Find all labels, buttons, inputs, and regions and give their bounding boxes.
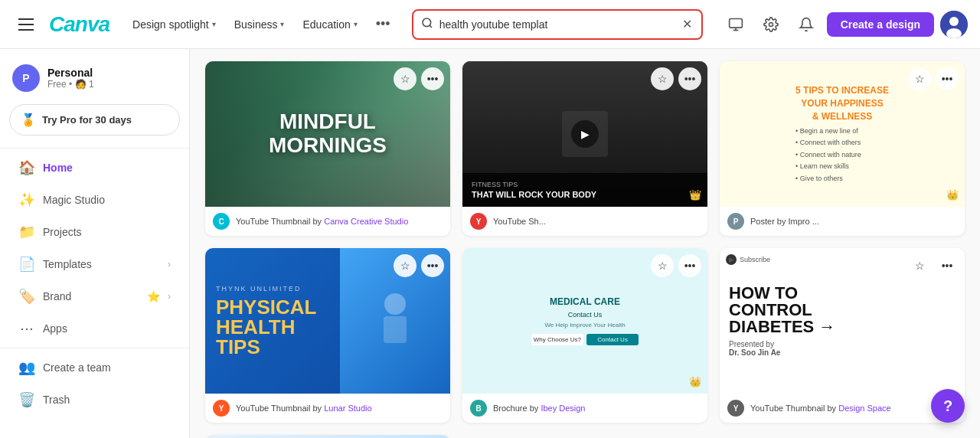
card-footer-text: YouTube Thumbnail by Canva Creative Stud… bbox=[236, 217, 408, 226]
search-clear-icon[interactable]: ✕ bbox=[681, 15, 694, 33]
nav-business[interactable]: Business ▾ bbox=[227, 14, 292, 35]
template-card-physical[interactable]: THYNK UNLIMITED PHYSICALHEALTHTIPS ☆ •••… bbox=[205, 248, 450, 423]
templates-icon: 📄 bbox=[18, 256, 35, 273]
favorite-button[interactable]: ☆ bbox=[908, 67, 931, 90]
sidebar-item-label: Trash bbox=[43, 394, 171, 406]
try-pro-label: Try Pro for 30 days bbox=[42, 114, 132, 126]
template-card-mindful[interactable]: MINDFULMORNINGS ☆ ••• C YouTube Thumbnai… bbox=[205, 61, 450, 236]
card-title-text: MINDFULMORNINGS bbox=[269, 110, 387, 158]
sidebar-item-label: Templates bbox=[43, 258, 160, 270]
creator-avatar: Y bbox=[727, 400, 744, 417]
card-footer: C YouTube Thumbnail by Canva Creative St… bbox=[205, 207, 450, 236]
more-options-button[interactable]: ••• bbox=[421, 254, 444, 277]
main-content: MINDFULMORNINGS ☆ ••• C YouTube Thumbnai… bbox=[190, 49, 980, 438]
sidebar-item-magic-studio[interactable]: ✨ Magic Studio bbox=[6, 185, 183, 215]
sidebar: P Personal Free • 🧑 1 🏅 Try Pro for 30 d… bbox=[0, 49, 190, 438]
sidebar-item-trash[interactable]: 🗑️ Trash bbox=[6, 384, 183, 415]
avatar[interactable] bbox=[940, 11, 968, 38]
create-design-button[interactable]: Create a design bbox=[827, 12, 934, 37]
profile-section: P Personal Free • 🧑 1 bbox=[0, 58, 189, 101]
nav-links: Design spotlight ▾ Business ▾ Education … bbox=[125, 11, 398, 37]
fitness-text: FITNESS TIPS THAT WILL ROCK YOUR BODY bbox=[462, 173, 707, 207]
favorite-button[interactable]: ☆ bbox=[908, 254, 931, 277]
trash-icon: 🗑️ bbox=[18, 391, 35, 408]
play-icon: ▶ bbox=[571, 120, 599, 148]
more-options-button[interactable]: ••• bbox=[936, 67, 959, 90]
pro-badge: 👑 bbox=[946, 189, 959, 201]
card-actions: ☆ ••• bbox=[908, 67, 959, 90]
creator-avatar: Y bbox=[470, 213, 487, 230]
canva-logo: Canva bbox=[49, 12, 109, 37]
card-footer-text: YouTube Thumbnail by Lunar Studio bbox=[236, 404, 372, 413]
more-options-button[interactable]: ••• bbox=[678, 254, 701, 277]
search-border: ✕ bbox=[412, 9, 703, 40]
more-options-button[interactable]: ••• bbox=[936, 254, 959, 277]
card-footer-text: YouTube Thumbnail by Design Space bbox=[750, 404, 891, 413]
template-card-dental[interactable]: 🦷 LARANA How toMaintain YourDental Healt… bbox=[205, 435, 450, 438]
more-options-button[interactable]: ••• bbox=[678, 67, 701, 90]
creator-avatar: P bbox=[727, 213, 744, 230]
app-body: P Personal Free • 🧑 1 🏅 Try Pro for 30 d… bbox=[0, 49, 980, 438]
chevron-down-icon: ▾ bbox=[354, 20, 358, 28]
home-icon: 🏠 bbox=[18, 159, 35, 176]
card-actions: ☆ ••• bbox=[394, 254, 444, 277]
search-wrap: ✕ bbox=[412, 9, 703, 40]
monitor-icon-button[interactable] bbox=[721, 10, 750, 39]
sidebar-divider bbox=[0, 348, 189, 348]
team-icon: 👥 bbox=[18, 359, 35, 376]
sidebar-divider bbox=[0, 148, 189, 149]
search-icon bbox=[421, 17, 433, 32]
brand-badge-icon: ⭐ bbox=[147, 290, 160, 302]
search-input[interactable] bbox=[439, 18, 681, 31]
sidebar-item-templates[interactable]: 📄 Templates › bbox=[6, 249, 183, 279]
template-card-poster[interactable]: 5 TIPS TO INCREASEYOUR HAPPINESS& WELLNE… bbox=[720, 61, 965, 236]
template-card-brochure[interactable]: MEDICAL CARE Contact UsWe Help Improve Y… bbox=[462, 248, 707, 423]
sidebar-item-brand[interactable]: 🏷️ Brand ⭐ › bbox=[6, 281, 183, 312]
card-actions: ☆ ••• bbox=[394, 67, 444, 90]
card-footer-text: Poster by Impro ... bbox=[750, 217, 819, 226]
favorite-button[interactable]: ☆ bbox=[651, 67, 674, 90]
card-footer: Y YouTube Thumbnail by Lunar Studio bbox=[205, 394, 450, 423]
nav-design-spotlight[interactable]: Design spotlight ▾ bbox=[125, 14, 224, 35]
apps-icon: ⋯ bbox=[18, 320, 35, 337]
card-actions: ☆ ••• bbox=[908, 254, 959, 277]
profile-info: Personal Free • 🧑 1 bbox=[47, 67, 94, 90]
sidebar-item-label: Create a team bbox=[43, 361, 171, 374]
card-thumbnail: 🦷 LARANA How toMaintain YourDental Healt… bbox=[205, 435, 450, 438]
help-button[interactable]: ? bbox=[931, 389, 965, 423]
sidebar-item-apps[interactable]: ⋯ Apps bbox=[6, 313, 183, 344]
favorite-button[interactable]: ☆ bbox=[394, 254, 416, 277]
card-footer: Y YouTube Thumbnail by Design Space bbox=[720, 394, 965, 423]
svg-point-10 bbox=[384, 293, 406, 315]
hamburger-menu[interactable] bbox=[12, 12, 40, 37]
nav-education[interactable]: Education ▾ bbox=[295, 14, 364, 35]
sidebar-item-home[interactable]: 🏠 Home bbox=[6, 152, 183, 183]
settings-icon-button[interactable] bbox=[756, 10, 786, 39]
template-card-fitness[interactable]: FITNESS TIPS THAT WILL ROCK YOUR BODY ▶ … bbox=[462, 61, 707, 236]
creator-avatar: Y bbox=[213, 400, 230, 417]
favorite-button[interactable]: ☆ bbox=[394, 67, 416, 90]
chevron-right-icon: › bbox=[168, 259, 171, 270]
template-card-diabetes[interactable]: ▶ Subscribe HOW TOCONTROLDIABETES → Pres… bbox=[720, 248, 965, 423]
sidebar-item-label: Apps bbox=[43, 322, 171, 335]
sidebar-item-label: Home bbox=[43, 162, 171, 174]
notification-icon-button[interactable] bbox=[792, 10, 821, 39]
try-pro-button[interactable]: 🏅 Try Pro for 30 days bbox=[9, 104, 180, 136]
card-footer-text: Brochure by Ibey Design bbox=[493, 404, 585, 413]
more-options-button[interactable]: ••• bbox=[421, 67, 444, 90]
nav-more-button[interactable]: ••• bbox=[368, 11, 398, 37]
sidebar-item-label: Brand bbox=[43, 290, 139, 302]
sidebar-item-projects[interactable]: 📁 Projects bbox=[6, 217, 183, 247]
favorite-button[interactable]: ☆ bbox=[651, 254, 674, 277]
crown-icon: 🏅 bbox=[21, 113, 36, 127]
chevron-right-icon: › bbox=[168, 291, 171, 302]
profile-name: Personal bbox=[47, 67, 94, 79]
sidebar-item-create-team[interactable]: 👥 Create a team bbox=[6, 352, 183, 383]
poster-text: 5 TIPS TO INCREASEYOUR HAPPINESS& WELLNE… bbox=[795, 84, 889, 183]
chevron-down-icon: ▾ bbox=[212, 20, 216, 28]
templates-grid: MINDFULMORNINGS ☆ ••• C YouTube Thumbnai… bbox=[205, 61, 965, 438]
svg-line-1 bbox=[430, 25, 432, 28]
nav-right-actions: Create a design bbox=[721, 10, 968, 39]
card-actions: ☆ ••• bbox=[651, 67, 701, 90]
svg-rect-11 bbox=[384, 316, 407, 343]
